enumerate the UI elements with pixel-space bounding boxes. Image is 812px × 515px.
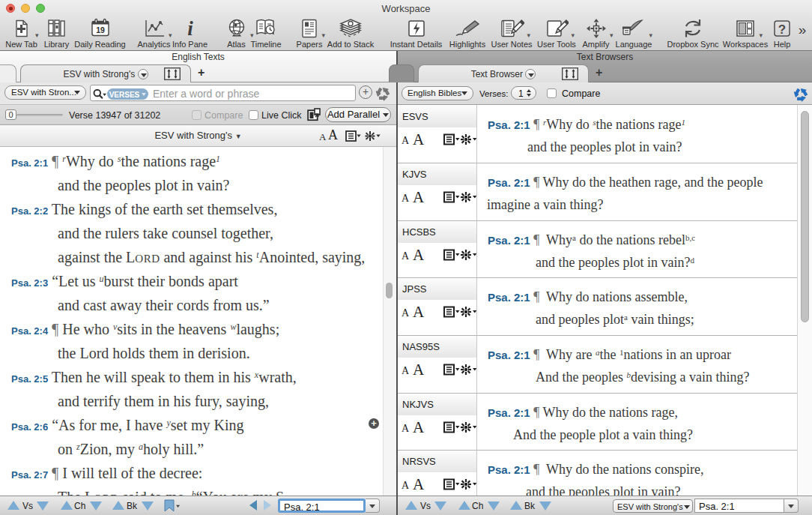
svg-text:19: 19 <box>96 25 105 34</box>
svg-text:i: i <box>187 18 193 39</box>
svg-text:?: ? <box>778 22 786 37</box>
